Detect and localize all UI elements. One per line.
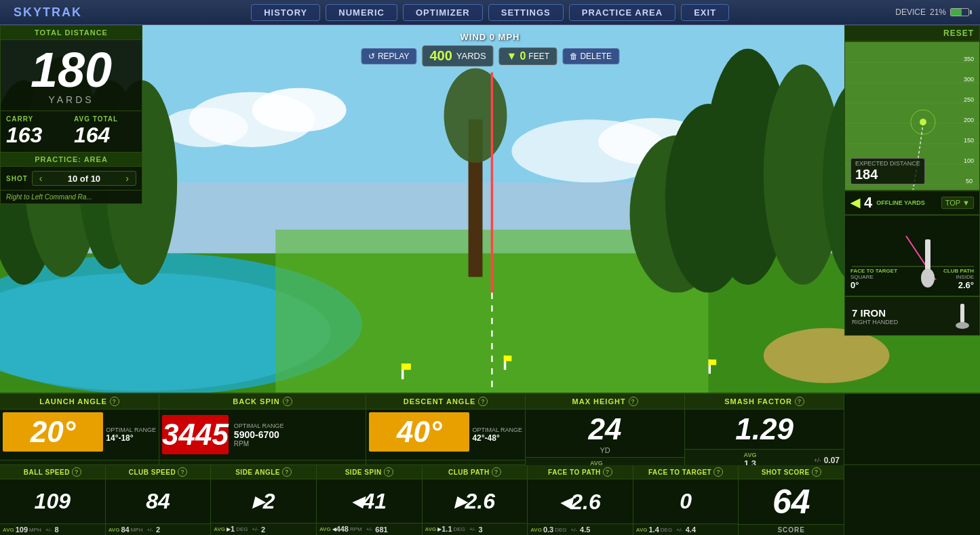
club-path-pm-val: 3 [478,526,482,534]
svg-text:100: 100 [964,157,974,164]
iron-selector[interactable]: 7 IRON RIGHT HANDED [844,296,980,336]
total-distance-label: TOTAL DISTANCE [1,26,142,40]
launch-angle-optimal-val: 14°-18° [106,433,156,443]
face-to-target-bottom-header: FACE TO TARGET ? [633,465,739,479]
club-speed-avg-row: AVG 84 MPH +/- 2 [106,523,211,535]
club-path-avg-val: ▸1.1 [437,525,452,534]
back-spin-info-icon[interactable]: ? [283,397,292,406]
descent-angle-label: DESCENT ANGLE [404,397,476,405]
replay-button[interactable]: ↺ REPLAY [361,48,416,64]
avg-total-col: AVG TOTAL 164 [74,115,136,148]
ball-speed-label: BALL SPEED [24,469,70,476]
stats-row1: LAUNCH ANGLE ? 20° OPTIMAL RANGE 14°-18° [0,394,980,465]
delete-icon: 🗑 [570,52,578,61]
stat-club-speed: CLUB SPEED ? 84 AVG 84 MPH +/- 2 [106,465,212,535]
command-text: Right to Left Command Ra... [1,191,142,203]
descent-angle-content: 40° OPTIMAL RANGE 42°-48° [366,410,525,460]
launch-angle-label: LAUNCH ANGLE [39,397,107,405]
nav-history[interactable]: HISTORY [251,4,320,21]
nav-numeric[interactable]: NUMERIC [326,4,397,21]
side-angle-avg-row: AVG ▸1 DEG +/- 2 [211,523,316,535]
face-to-target-bottom-info-icon[interactable]: ? [713,467,723,477]
svg-point-56 [921,269,935,288]
stat-club-path: CLUB PATH ? ▸2.6 AVG ▸1.1 DEG +/- 3 [423,465,528,535]
descent-avg-row [366,460,525,464]
descent-angle-info-icon[interactable]: ? [478,397,488,406]
stat-descent-angle: DESCENT ANGLE ? 40° OPTIMAL RANGE 42°-48… [366,394,526,464]
shot-current: 10 [68,174,77,184]
face-to-path-info-icon[interactable]: ? [603,467,612,477]
face-to-path-pm-val: 4.5 [580,526,590,534]
carry-value: 163 [6,123,68,148]
stat-face-to-target-bottom: FACE TO TARGET ? 0 AVG 1.4 DEG +/- 4.4 [633,465,739,535]
iron-info: 7 IRON RIGHT HANDED [852,307,898,325]
shot-score-avg-row: SCORE [739,524,844,535]
ball-speed-info-icon[interactable]: ? [72,467,81,477]
smash-factor-info-icon[interactable]: ? [795,397,804,406]
nav-optimizer[interactable]: OPTIMIZER [403,4,483,21]
total-distance-unit: YARDS [1,94,142,111]
top-bar: SKYTRAK HISTORY NUMERIC OPTIMIZER SETTIN… [0,0,980,25]
shot-prev-button[interactable]: ‹ [37,173,45,184]
club-path-info-icon[interactable]: ? [492,467,501,477]
shot-fraction: 10 of 10 [68,174,100,184]
club-speed-avg-val: 84 [121,526,129,534]
side-spin-header: SIDE SPIN ? [317,465,422,479]
club-path-header: CLUB PATH ? [423,465,528,479]
expected-distance-box: EXPECTED DISTANCE 184 [850,158,925,184]
side-spin-value: ◂41 [317,479,422,523]
ball-speed-avg-row: AVG 109 MPH +/- 8 [0,523,105,535]
shot-label: SHOT [6,175,28,182]
max-height-label: MAX HEIGHT [572,397,626,405]
expected-dist-label: EXPECTED DISTANCE [855,160,920,167]
replay-label: REPLAY [378,52,409,61]
back-spin-rpm: RPM [234,440,284,448]
descent-angle-header: DESCENT ANGLE ? [366,394,525,410]
descent-angle-range: OPTIMAL RANGE 42°-48° [472,412,522,457]
expected-dist-value: 184 [855,167,920,182]
top-dropdown[interactable]: TOP ▼ [941,197,974,209]
club-path-value: ▸2.6 [423,479,528,523]
nav-exit[interactable]: EXIT [681,4,729,21]
side-spin-avg-val: ◂448 [332,525,349,534]
nav-settings[interactable]: SETTINGS [488,4,564,21]
back-spin-avg-row [159,460,366,464]
max-height-unit: YD [600,446,610,454]
iron-label: 7 IRON [852,307,898,319]
total-distance-value: 180 [1,40,142,94]
delete-button[interactable]: 🗑 DELETE [562,48,619,64]
face-to-target-label-group: FACE TO TARGET SQUARE 0° [850,268,897,290]
shot-score-label: SHOT SCORE [762,469,810,476]
offline-arrow[interactable]: ◀ [850,195,860,210]
smash-factor-label: SMASH FACTOR [724,397,792,405]
club-diagram: FACE TO TARGET SQUARE 0° CLUB PATH INSID… [844,215,980,296]
side-spin-info-icon[interactable]: ? [384,467,393,477]
launch-angle-range: OPTIMAL RANGE 14°-18° [106,412,156,457]
stat-face-to-path: FACE TO PATH ? ◂2.6 AVG 0.3 DEG +/- 4.5 [528,465,633,535]
ball-speed-avg-val: 109 [16,526,28,534]
shot-score-info-icon[interactable]: ? [812,467,821,477]
face-to-target-pm-val: 4.4 [686,526,696,534]
reset-button[interactable]: RESET [943,28,974,38]
stats-panel: LAUNCH ANGLE ? 20° OPTIMAL RANGE 14°-18° [0,393,980,535]
face-to-target-label: FACE TO TARGET [850,268,897,274]
practice-area-label: PRACTICE: AREA [1,152,142,167]
back-spin-range: OPTIMAL RANGE 5900-6700 RPM [231,412,284,457]
max-height-info-icon[interactable]: ? [629,397,638,406]
descent-angle-main: 40° [369,412,469,457]
club-speed-info-icon[interactable]: ? [178,467,187,477]
shot-next-button[interactable]: › [123,173,132,184]
stat-back-spin: BACK SPIN ? 3445 OPTIMAL RANGE 5900-6700… [159,394,366,464]
iron-sub: RIGHT HANDED [852,319,898,325]
back-spin-label: BACK SPIN [233,397,280,405]
stat-shot-score: SHOT SCORE ? 64 SCORE [739,465,844,535]
side-angle-info-icon[interactable]: ? [282,467,292,477]
smash-factor-header: SMASH FACTOR ? [685,394,844,410]
avg-total-value: 164 [74,123,136,148]
launch-angle-info-icon[interactable]: ? [110,397,119,406]
nav-practice-area[interactable]: PRACTICE AREA [569,4,675,21]
radar-header: RESET [844,25,980,41]
club-path-label: CLUB PATH [943,268,974,274]
side-angle-unit: DEG [236,526,248,532]
top-label: TOP [945,199,960,207]
